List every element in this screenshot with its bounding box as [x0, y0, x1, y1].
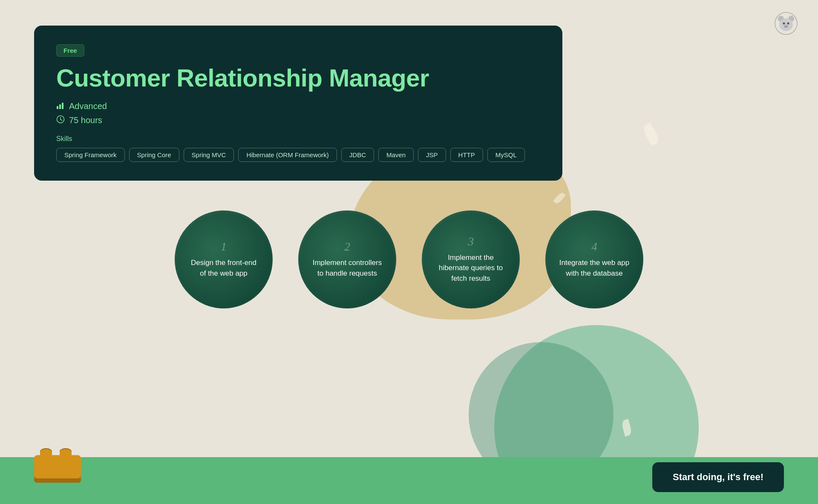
skill-tag: JSP — [418, 148, 446, 162]
lego-brick — [34, 455, 81, 478]
step-text-3: Implement the hibernate queries to fetch… — [435, 253, 507, 284]
svg-rect-9 — [62, 103, 63, 109]
lego-stud-2 — [60, 449, 72, 456]
step-circle-2: 2Implement controllers to handle request… — [298, 210, 396, 308]
course-card: Free Customer Relationship Manager Advan… — [34, 26, 562, 181]
step-number-2: 2 — [344, 240, 350, 253]
main-container: Free Customer Relationship Manager Advan… — [0, 0, 818, 334]
steps-section: 1Design the front-end of the web app2Imp… — [34, 210, 784, 308]
svg-point-4 — [783, 23, 785, 25]
skill-tag: Hibernate (ORM Framework) — [238, 148, 337, 162]
level-text: Advanced — [69, 101, 107, 111]
step-number-4: 4 — [591, 240, 597, 253]
svg-point-5 — [787, 23, 789, 25]
skill-tag: Maven — [378, 148, 414, 162]
course-title: Customer Relationship Manager — [56, 64, 540, 92]
skill-tag: JDBC — [341, 148, 374, 162]
svg-point-3 — [779, 18, 793, 31]
lego-stud-1 — [40, 449, 52, 456]
duration-text: 75 hours — [69, 115, 102, 125]
step-number-3: 3 — [468, 235, 474, 248]
skill-tag: Spring MVC — [184, 148, 234, 162]
step-circle-4: 4Integrate the web app with the database — [545, 210, 643, 308]
level-meta: Advanced — [56, 101, 540, 112]
skill-tag: HTTP — [450, 148, 483, 162]
cta-button[interactable]: Start doing, it's free! — [652, 462, 784, 492]
step-number-1: 1 — [221, 240, 227, 253]
svg-rect-7 — [57, 106, 58, 109]
skill-tag: Spring Core — [129, 148, 179, 162]
skill-tag: MySQL — [487, 148, 525, 162]
clock-icon — [56, 115, 65, 126]
step-circle-3: 3Implement the hibernate queries to fetc… — [422, 210, 520, 308]
bear-icon — [775, 12, 798, 35]
step-text-1: Design the front-end of the web app — [187, 258, 260, 279]
svg-point-6 — [784, 25, 788, 28]
level-icon — [56, 101, 65, 112]
skills-label: Skills — [56, 135, 540, 143]
step-text-2: Implement controllers to handle requests — [311, 258, 383, 279]
svg-rect-8 — [59, 104, 61, 109]
skills-tags: Spring FrameworkSpring CoreSpring MVCHib… — [56, 148, 540, 162]
lego-side — [34, 478, 81, 483]
free-badge: Free — [56, 44, 84, 57]
step-text-4: Integrate the web app with the database — [558, 258, 631, 279]
skill-tag: Spring Framework — [56, 148, 125, 162]
duration-meta: 75 hours — [56, 115, 540, 126]
course-meta: Advanced 75 hours — [56, 101, 540, 126]
step-circle-1: 1Design the front-end of the web app — [175, 210, 273, 308]
